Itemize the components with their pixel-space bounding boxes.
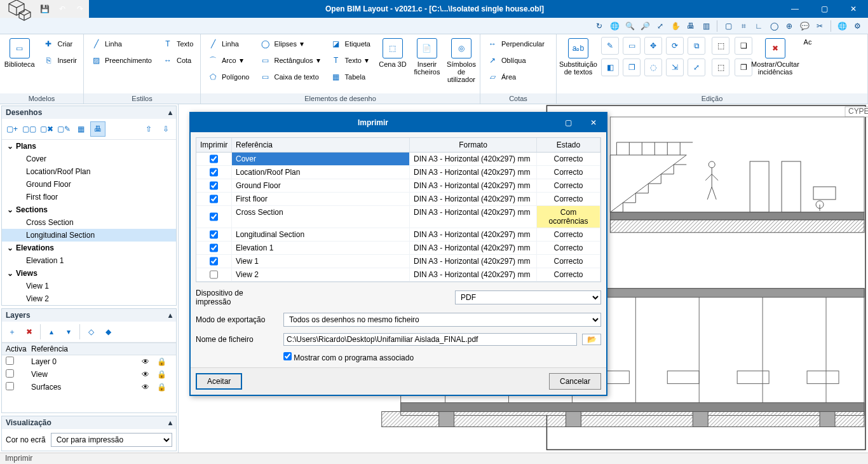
rotate-icon[interactable]: ↻: [592, 19, 606, 33]
collapse-icon[interactable]: ▴: [168, 311, 172, 320]
up-icon[interactable]: ⇧: [141, 121, 156, 137]
mostrar-incidencias-button[interactable]: ✖Mostrar/Ocultar incidências: [757, 37, 793, 76]
snap-icon[interactable]: ◯: [767, 19, 781, 33]
col-referencia[interactable]: Referência: [232, 138, 410, 152]
tree-item[interactable]: Cross Section: [2, 216, 176, 229]
rotate-tool-icon[interactable]: ⟳: [666, 37, 684, 55]
table-row[interactable]: Cross SectionDIN A3 - Horizontal (420x29…: [196, 206, 600, 228]
collapse-icon[interactable]: ▴: [168, 108, 172, 117]
table-row[interactable]: First floorDIN A3 - Horizontal (420x297)…: [196, 193, 600, 206]
preenchimento-button[interactable]: ▨Preenchimento: [88, 53, 154, 67]
table-row[interactable]: Elevation 1DIN A3 - Horizontal (420x297)…: [196, 242, 600, 255]
add-layer-icon[interactable]: ＋: [4, 324, 20, 339]
add-sheet-icon[interactable]: ▢+: [4, 121, 20, 137]
nome-input[interactable]: [283, 333, 577, 346]
drawings-tree[interactable]: ⌄Plans Cover Location/Roof Plan Ground F…: [2, 140, 176, 305]
layer-row[interactable]: Surfaces👁🔒: [2, 381, 176, 393]
rectangulos-button[interactable]: ▭Rectângulos ▾: [257, 53, 322, 67]
layer-active-checkbox[interactable]: [6, 382, 14, 390]
tree-item[interactable]: Cover: [2, 153, 176, 165]
zoom-fit-icon[interactable]: ⤢: [653, 19, 667, 33]
tabela-button[interactable]: ▦Tabela: [328, 70, 373, 84]
maximize-button[interactable]: ▢: [810, 0, 839, 18]
grid-sheet-icon[interactable]: ▦: [73, 121, 88, 137]
table-row[interactable]: Ground FloorDIN A3 - Horizontal (420x297…: [196, 179, 600, 193]
layer-row[interactable]: View👁🔒: [2, 368, 176, 381]
collapse-icon[interactable]: ▴: [168, 418, 172, 427]
print-row-checkbox[interactable]: [210, 230, 218, 239]
caixatexto-button[interactable]: ▭Caixa de texto: [257, 70, 322, 84]
cota-style-button[interactable]: ↔Cota: [159, 53, 196, 67]
tree-item[interactable]: View 1: [2, 280, 176, 292]
browse-button[interactable]: 📂: [582, 334, 601, 345]
stretch-icon[interactable]: ⇲: [666, 58, 684, 76]
edit-icon[interactable]: ✎: [601, 37, 619, 55]
dialog-close-button[interactable]: ✕: [581, 113, 606, 132]
layer-row[interactable]: Layer 0👁🔒: [2, 355, 176, 368]
globe-icon[interactable]: 🌐: [607, 19, 621, 33]
close-button[interactable]: ✕: [839, 0, 868, 18]
table-row[interactable]: Longitudinal SectionDIN A3 - Horizontal …: [196, 228, 600, 242]
table-row[interactable]: View 2DIN A3 - Horizontal (420x297) mmCo…: [196, 268, 600, 282]
table-row[interactable]: Location/Roof PlanDIN A3 - Horizontal (4…: [196, 166, 600, 179]
ortho-icon[interactable]: ▢: [721, 19, 735, 33]
del-layer-icon[interactable]: ✖: [22, 324, 37, 339]
tree-group-sections[interactable]: ⌄Sections: [2, 203, 176, 216]
3d-box-icon[interactable]: ⬚: [712, 37, 729, 55]
biblioteca-button[interactable]: ▭Biblioteca: [4, 37, 35, 68]
perpendicular-button[interactable]: ↔Perpendicular: [484, 37, 547, 51]
lock-icon[interactable]: 🔒: [157, 383, 172, 392]
layers-icon[interactable]: ▥: [699, 19, 713, 33]
dialog-restore-button[interactable]: ▢: [555, 113, 581, 132]
linha-style-button[interactable]: ╱Linha: [88, 37, 154, 51]
dup-sheet-icon[interactable]: ▢▢: [22, 121, 37, 137]
print-row-checkbox[interactable]: [210, 208, 218, 226]
arco-button[interactable]: ⌒Arco ▾: [205, 53, 252, 67]
track-icon[interactable]: ⊕: [782, 19, 796, 33]
inserir-button[interactable]: ⎘Inserir: [40, 53, 79, 67]
print-row-checkbox[interactable]: [210, 168, 218, 177]
angle-icon[interactable]: ∟: [752, 19, 766, 33]
offset-icon[interactable]: ◌: [644, 58, 662, 76]
print-row-checkbox[interactable]: [210, 154, 218, 163]
simbolos-button[interactable]: ◎Símbolos de utilizador: [447, 37, 476, 83]
undo-icon[interactable]: ↶: [53, 1, 71, 17]
eye-icon[interactable]: 👁: [142, 357, 157, 366]
minimize-button[interactable]: —: [780, 0, 810, 18]
cena3d-button[interactable]: ⬚Cena 3D: [378, 37, 407, 68]
col-estado[interactable]: Estado: [537, 138, 600, 152]
eye-icon[interactable]: 👁: [142, 370, 157, 379]
col-formato[interactable]: Formato: [410, 138, 537, 152]
print-row-checkbox[interactable]: [210, 243, 218, 252]
aceitar-button[interactable]: Aceitar: [196, 373, 242, 390]
ungroup-icon[interactable]: ❐: [735, 58, 752, 76]
tree-group-plans[interactable]: ⌄Plans: [2, 140, 176, 153]
tree-item[interactable]: Ground Floor: [2, 178, 176, 191]
obliqua-button[interactable]: ↗Oblíqua: [484, 53, 547, 67]
zoom-in-icon[interactable]: 🔍: [623, 19, 637, 33]
pan-icon[interactable]: ✋: [668, 19, 682, 33]
area-button[interactable]: ▱Área: [484, 70, 547, 84]
cut-icon[interactable]: ✂: [813, 19, 827, 33]
tree-item[interactable]: Elevation 1: [2, 254, 176, 267]
ac-button[interactable]: Ac: [798, 37, 817, 46]
elipses-button[interactable]: ◯Elipses ▾: [257, 37, 322, 51]
scale-icon[interactable]: ⤢: [688, 58, 705, 76]
tree-group-views[interactable]: ⌄Views: [2, 267, 176, 280]
lock-icon[interactable]: 🔒: [157, 357, 172, 366]
print-sheet-icon[interactable]: 🖶: [90, 121, 105, 137]
lock-icon[interactable]: 🔒: [157, 370, 172, 379]
etiqueta-button[interactable]: ◪Etiqueta: [328, 37, 373, 51]
down-icon[interactable]: ⇩: [158, 121, 173, 137]
tree-item[interactable]: Location/Roof Plan: [2, 165, 176, 178]
del-sheet-icon[interactable]: ▢✖: [39, 121, 54, 137]
texto-style-button[interactable]: TTexto: [159, 37, 196, 51]
cor-ecra-select[interactable]: Cor para impressão: [51, 433, 172, 447]
poligono-button[interactable]: ⬠Polígono: [205, 70, 252, 84]
copy-icon[interactable]: ❐: [623, 58, 641, 76]
layer-active-checkbox[interactable]: [6, 369, 14, 378]
print-icon[interactable]: 🖶: [684, 19, 698, 33]
substituicao-button[interactable]: aₒbSubstituição de textos: [560, 37, 596, 76]
modo-select[interactable]: Todos os desenhos no mesmo ficheiro: [283, 313, 601, 327]
save-icon[interactable]: 💾: [36, 1, 53, 17]
